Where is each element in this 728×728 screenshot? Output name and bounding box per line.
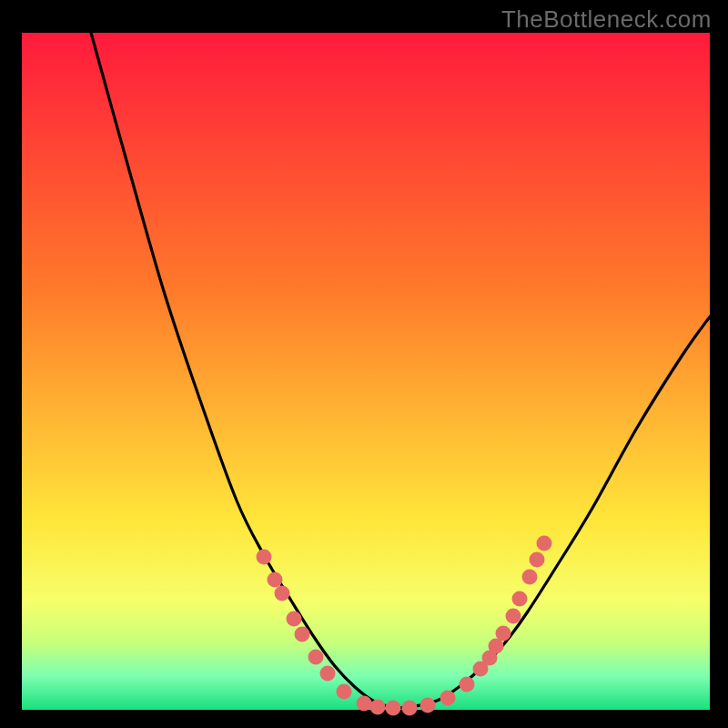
data-point (537, 536, 552, 551)
data-point (506, 609, 521, 624)
data-point (308, 650, 324, 665)
data-point (320, 666, 336, 682)
data-point (530, 552, 545, 568)
plot-area (22, 33, 710, 710)
data-point (512, 592, 528, 607)
chart-svg (0, 0, 728, 728)
data-point (268, 572, 283, 588)
chart-container: { "watermark": "TheBottleneck.com", "col… (0, 0, 728, 728)
data-point (287, 612, 302, 627)
data-point (496, 626, 511, 642)
data-point (460, 677, 475, 693)
data-point (357, 696, 372, 712)
data-point (337, 684, 352, 700)
data-point (275, 586, 290, 602)
data-point (420, 698, 436, 713)
data-point (440, 691, 456, 706)
data-point (257, 550, 272, 565)
data-point (295, 627, 310, 642)
data-point (370, 700, 386, 715)
data-point (522, 570, 538, 585)
watermark-text: TheBottleneck.com (501, 5, 712, 34)
data-point (402, 701, 418, 716)
data-point (386, 701, 401, 716)
